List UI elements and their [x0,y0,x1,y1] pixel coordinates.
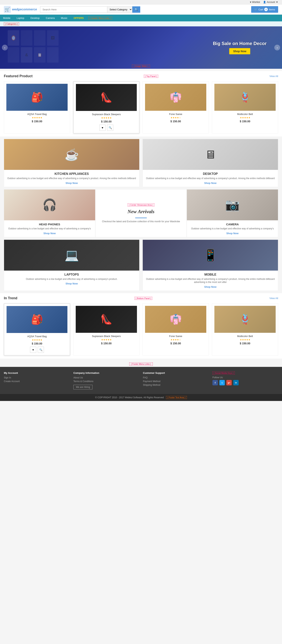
trend-product-image-1: 🎒 [6,306,68,333]
category-banners-row1: ☕ KITCHEN APPLIANCES Outdoor advertising… [4,139,278,187]
trend-header: In Trend { Bottom Panel } View All [4,296,278,300]
footer: My Account Sign In Create Account Compan… [0,367,282,394]
camera-panel[interactable]: 📷 CAMERA Outdoor advertising is a low bu… [187,189,278,237]
trend-product-card-3[interactable]: 👘 Fone Saree ★★★★☆ $ 150.00 [142,303,209,356]
main-nav: Mobile Laptop Desktop Camera Music OFFER… [0,15,282,22]
mobile-banner[interactable]: 📱 MOBILE Outdoor advertising is a low bu… [142,240,278,291]
nav-music[interactable]: Music [58,15,70,22]
bottom-panel-annotation: { Bottom Panel } [135,297,152,300]
mobile-banner-img: 📱 [143,240,278,270]
product-stars-2: ★★★★★ [76,116,137,119]
new-arrivals-desc: Checkout the latest and Exclusive collec… [102,220,180,223]
search-bar: Select Category 🔍 [40,6,140,13]
trend-product-card-2[interactable]: 👠 Supiaraon Black Sleepers ★★★★★ $ 150.0… [73,303,140,356]
footer-faq[interactable]: FAQ [143,376,208,379]
account-btn[interactable]: 👤 Account ▼ [263,1,278,4]
quickview-action-btn-2[interactable]: 🔍 [107,124,113,131]
featured-view-all[interactable]: View All [270,75,278,78]
hero-shop-now-button[interactable]: Shop Now [229,48,250,54]
trend-view-all[interactable]: View All [270,297,278,300]
product-name-2: Supiaraon Black Sleepers [76,113,137,116]
nav-desktop[interactable]: Desktop [27,15,43,22]
featured-products-section: Featured Product { Top Panel } View All … [0,71,282,136]
trend-product-actions-1: ♥ 🔍 [6,347,68,353]
headphones-panel[interactable]: 🎧 HEAD PHONES Outdoor advertising is a l… [4,189,95,237]
categories-annotation: { Categories } [4,22,19,26]
wishlist-action-btn-2[interactable]: ♥ [100,124,106,131]
footer-my-account-title: My Account [4,372,70,374]
trend-product-grid: 🎒 AQSA Travel Bag ★★★★★ $ 150.00 ♥ 🔍 👠 S… [4,303,278,356]
image-slider-annotation: { Image Slider } [132,64,150,68]
footer-company-info: Company Information About Us Terms & Con… [74,372,139,390]
trend-product-name-3: Fone Saree [145,335,206,338]
kitchen-banner[interactable]: ☕ KITCHEN APPLIANCES Outdoor advertising… [4,139,140,187]
desktop-banner-content: DESKTOP Outdoor advertising is a low bud… [143,170,278,187]
product-name-1: AQSA Travel Bag [6,113,68,116]
header-menu-annotation: { Header Menu Links } [88,16,112,20]
social-icons: f t g+ in [212,380,278,385]
footer-sign-in[interactable]: Sign In [4,376,70,379]
trend-wishlist-btn-1[interactable]: ♥ [30,347,36,353]
search-input[interactable] [40,6,107,13]
footer-create-account[interactable]: Create Account [4,380,70,383]
we-hiring-button[interactable]: We are Hiring [74,385,92,390]
cart-button[interactable]: 🛒 Cart 0 Items [251,6,278,13]
product-card-1[interactable]: 🎒 AQSA Travel Bag ★★★★★ $ 150.00 [4,81,70,134]
twitter-icon[interactable]: t [220,380,225,385]
headphones-content: HEAD PHONES Outdoor advertising is a low… [4,220,95,237]
nav-offers[interactable]: OFFERS [70,15,87,22]
search-button[interactable]: 🔍 [132,6,140,13]
headphones-img: 🎧 [4,190,95,220]
header: 🛒 wedgecommerce Select Category 🔍 🛒 Cart… [0,4,282,15]
laptops-banner[interactable]: 💻 LAPTOPS Outdoor advertising is a low b… [4,240,140,291]
categories-bar: { Categories } [0,22,282,26]
footer-support-title: Customer Support [143,372,208,374]
kitchen-shop-now[interactable]: Shop Now [6,182,137,184]
trend-product-price-4: $ 150.00 [214,342,276,345]
desktop-banner-img: 🖥 [143,139,278,170]
footer-terms[interactable]: Terms & Conditions [74,380,139,383]
trend-product-card-4[interactable]: 🪢 Multicolor Belt ★★★★★ $ 150.00 [212,303,278,356]
nav-laptop[interactable]: Laptop [14,15,27,22]
desktop-banner[interactable]: 🖥 DESKTOP Outdoor advertising is a low b… [142,139,278,187]
new-arrivals-panel: { Center Showcase Area } New Arrivals Ch… [95,189,187,237]
hero-next-button[interactable]: › [274,45,280,50]
nav-mobile[interactable]: Mobile [0,15,14,22]
footer-grid: My Account Sign In Create Account Compan… [4,372,278,390]
googleplus-icon[interactable]: g+ [226,380,232,385]
laptops-shop-now[interactable]: Shop Now [6,282,137,285]
mobile-shop-now[interactable]: Shop Now [145,286,276,288]
trend-product-card-1[interactable]: 🎒 AQSA Travel Bag ★★★★★ $ 150.00 ♥ 🔍 [4,303,70,356]
footer-menu-annotation-area: { Footer Menu Links } [0,361,282,367]
footer-shipping[interactable]: Shipping Method [143,384,208,386]
camera-shop-now[interactable]: Shop Now [189,232,276,235]
logo-text: wedgecommerce [12,8,37,11]
copyright-text: © COPYRIGHT 2010 - 2017 Webkul Software,… [95,396,164,399]
nav-camera[interactable]: Camera [43,15,58,22]
logo[interactable]: 🛒 wedgecommerce [4,6,37,13]
cart-count: 0 [264,8,268,11]
trend-quickview-btn-1[interactable]: 🔍 [38,347,44,353]
product-card-2[interactable]: 👠 Supiaraon Black Sleepers ★★★★★ $ 150.0… [73,81,140,134]
footer-about-us[interactable]: About Us [74,376,139,379]
headphones-shop-now[interactable]: Shop Now [6,232,93,235]
wishlist-btn[interactable]: ♥ Wishlist [250,1,260,4]
facebook-icon[interactable]: f [212,380,218,385]
camera-img: 📷 [187,190,278,220]
product-card-3[interactable]: 👘 Fone Saree ★★★★☆ $ 150.00 [142,81,209,134]
product-card-4[interactable]: 🪢 Multicolor Belt ★★★★★ $ 150.00 [212,81,278,134]
featured-header: Featured Product { Top Panel } View All [4,74,278,78]
trend-product-name-1: AQSA Travel Bag [6,335,68,338]
desktop-desc: Outdoor advertising is a low budget and … [145,177,276,180]
hero-prev-button[interactable]: ‹ [2,45,8,50]
category-select[interactable]: Select Category [107,6,132,13]
cart-icon: 🛒 [254,8,257,11]
product-image-1: 🎒 [6,84,68,111]
footer-payment[interactable]: Payment Method [143,380,208,383]
product-image-4: 🪢 [214,84,276,111]
top-panel-annotation: { Top Panel } [144,75,158,78]
linkedin-icon[interactable]: in [233,380,239,385]
product-stars-3: ★★★★☆ [145,116,206,119]
desktop-shop-now[interactable]: Shop Now [145,182,276,184]
footer-customer-support: Customer Support FAQ Payment Method Ship… [143,372,208,390]
